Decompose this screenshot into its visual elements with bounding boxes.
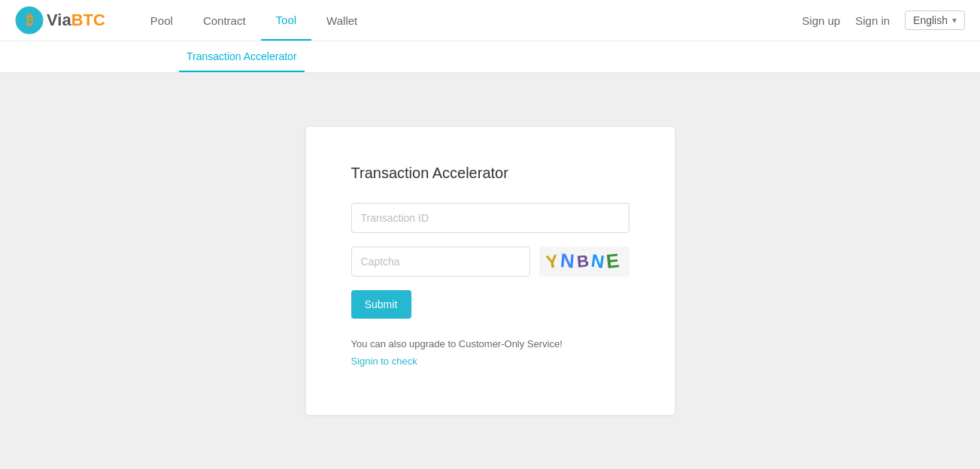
signin-link[interactable]: Sign in (855, 14, 890, 27)
nav-pool[interactable]: Pool (135, 0, 188, 41)
captcha-letter-5: E (605, 249, 623, 274)
sub-nav-transaction-accelerator[interactable]: Transaction Accelerator (179, 41, 305, 72)
info-text-message: You can also upgrade to Customer-Only Se… (351, 338, 563, 349)
captcha-row: Y N B N E (351, 247, 630, 277)
main-content: Transaction Accelerator Y N B N E Submit… (0, 73, 980, 469)
nav-tool[interactable]: Tool (261, 0, 312, 41)
signin-to-check-link[interactable]: Signin to check (351, 353, 630, 370)
language-selector[interactable]: English ▾ (905, 11, 965, 30)
sub-navbar: Transaction Accelerator (0, 41, 980, 73)
svg-text:₿: ₿ (26, 13, 33, 28)
accelerator-card: Transaction Accelerator Y N B N E Submit… (306, 127, 675, 416)
signup-link[interactable]: Sign up (802, 14, 840, 27)
card-title: Transaction Accelerator (351, 165, 630, 182)
logo-icon: ₿ (15, 6, 44, 35)
logo-btc-text: BTC (71, 11, 105, 29)
transaction-id-group (351, 203, 630, 233)
transaction-id-input[interactable] (351, 203, 630, 233)
main-navbar: ₿ ViaBTC Pool Contract Tool Wallet Sign … (0, 0, 980, 41)
captcha-letter-2: N (560, 249, 578, 274)
submit-button[interactable]: Submit (351, 290, 411, 319)
nav-right: Sign up Sign in English ▾ (802, 11, 965, 30)
current-language: English (913, 14, 948, 26)
nav-links: Pool Contract Tool Wallet (135, 0, 802, 41)
captcha-input[interactable] (351, 247, 530, 277)
info-text-area: You can also upgrade to Customer-Only Se… (351, 335, 630, 371)
nav-wallet[interactable]: Wallet (311, 0, 372, 41)
logo-via-text: Via (47, 11, 71, 29)
chevron-down-icon: ▾ (952, 15, 957, 26)
nav-contract[interactable]: Contract (188, 0, 261, 41)
logo[interactable]: ₿ ViaBTC (15, 6, 105, 35)
captcha-image[interactable]: Y N B N E (539, 247, 630, 277)
